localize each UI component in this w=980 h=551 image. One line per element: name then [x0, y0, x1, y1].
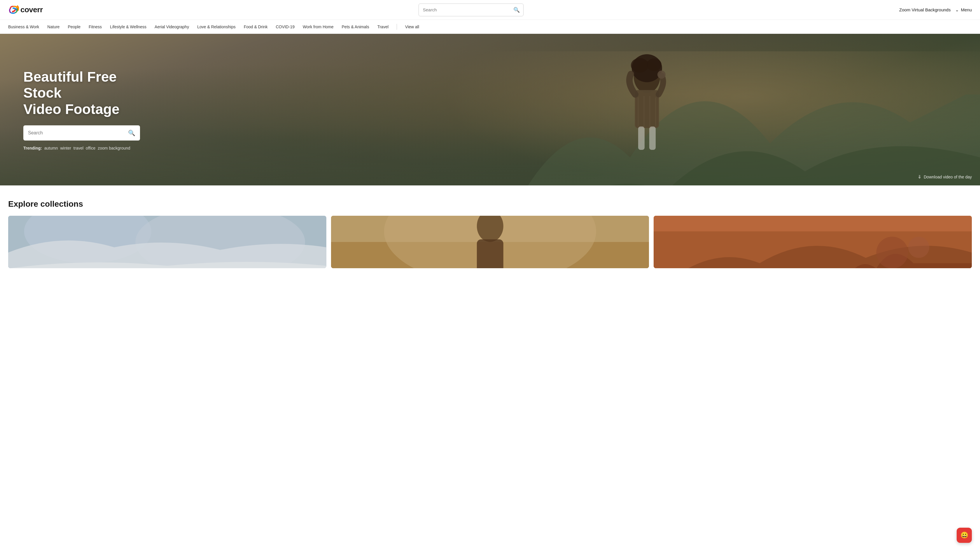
menu-button[interactable]: ⌄ Menu: [955, 7, 972, 13]
svg-rect-16: [8, 216, 326, 268]
collection-card-snow[interactable]: [8, 216, 326, 268]
hero-content: Beautiful Free Stock Video Footage 🔍 Tre…: [0, 69, 163, 151]
nav-item-business[interactable]: Business & Work: [8, 24, 39, 29]
trending-item-autumn[interactable]: autumn: [45, 146, 58, 151]
svg-point-27: [908, 237, 929, 258]
nav-item-people[interactable]: People: [68, 24, 81, 29]
svg-rect-24: [654, 216, 972, 268]
hero-search-button[interactable]: 🔍: [123, 129, 140, 137]
hero-title: Beautiful Free Stock Video Footage: [23, 69, 140, 117]
nav-item-nature[interactable]: Nature: [47, 24, 59, 29]
svg-point-6: [647, 58, 662, 71]
header-search-button[interactable]: 🔍: [510, 7, 523, 13]
hero-search-bar: 🔍: [23, 125, 140, 141]
chevron-down-icon: ⌄: [955, 7, 959, 13]
header-search-container: 🔍: [418, 3, 523, 16]
trending-label: Trending:: [23, 146, 42, 151]
hero-section: Beautiful Free Stock Video Footage 🔍 Tre…: [0, 34, 980, 186]
svg-point-18: [135, 216, 305, 268]
trending-item-office[interactable]: office: [86, 146, 95, 151]
svg-rect-23: [477, 239, 503, 268]
svg-rect-20: [331, 242, 649, 268]
svg-point-26: [877, 237, 908, 268]
collection-card-people[interactable]: [331, 216, 649, 268]
nav-item-fitness[interactable]: Fitness: [89, 24, 102, 29]
svg-point-9: [657, 71, 666, 79]
nav-item-lifestyle[interactable]: Lifestyle & Wellness: [110, 24, 146, 29]
trending-section: Trending: autumn winter travel office zo…: [23, 146, 140, 151]
nav-view-all[interactable]: View all: [405, 24, 419, 29]
search-icon: 🔍: [513, 7, 520, 13]
svg-point-21: [384, 216, 596, 268]
logo[interactable]: coverr: [8, 5, 43, 16]
download-video-day[interactable]: ⇓ Download video of the day: [918, 174, 972, 179]
svg-point-5: [631, 58, 648, 73]
svg-rect-19: [331, 216, 649, 268]
download-icon: ⇓: [918, 174, 921, 179]
main-nav: Business & Work Nature People Fitness Li…: [0, 20, 980, 34]
svg-point-22: [477, 216, 503, 242]
hero-search-input[interactable]: [23, 130, 123, 135]
collections-title: Explore collections: [8, 199, 972, 209]
trending-item-winter[interactable]: winter: [60, 146, 71, 151]
nav-item-love[interactable]: Love & Relationships: [197, 24, 235, 29]
collections-grid: [8, 216, 972, 268]
nav-item-pets[interactable]: Pets & Animals: [342, 24, 369, 29]
svg-rect-25: [654, 232, 972, 268]
nav-item-covid[interactable]: COVID-19: [275, 24, 294, 29]
header: coverr 🔍 Zoom Virtual Backgrounds ⌄ Menu: [0, 0, 980, 20]
collection-card-desert[interactable]: [654, 216, 972, 268]
trending-item-travel[interactable]: travel: [73, 146, 83, 151]
svg-point-17: [24, 216, 151, 263]
logo-text: coverr: [21, 5, 43, 14]
hero-landscape: [490, 94, 980, 186]
zoom-bg-link[interactable]: Zoom Virtual Backgrounds: [899, 7, 951, 12]
header-right: Zoom Virtual Backgrounds ⌄ Menu: [899, 7, 972, 13]
nav-item-aerial[interactable]: Aerial Videography: [154, 24, 189, 29]
svg-rect-11: [649, 127, 655, 150]
nav-item-food[interactable]: Food & Drink: [244, 24, 268, 29]
nav-item-work[interactable]: Work from Home: [303, 24, 334, 29]
logo-icon: [8, 5, 19, 16]
nav-item-travel[interactable]: Travel: [377, 24, 388, 29]
trending-item-zoom[interactable]: zoom background: [98, 146, 130, 151]
header-search-input[interactable]: [419, 7, 510, 12]
collections-section: Explore collections: [0, 186, 980, 278]
search-icon: 🔍: [128, 130, 135, 136]
svg-rect-10: [638, 127, 644, 150]
hero-figure: [615, 54, 679, 165]
